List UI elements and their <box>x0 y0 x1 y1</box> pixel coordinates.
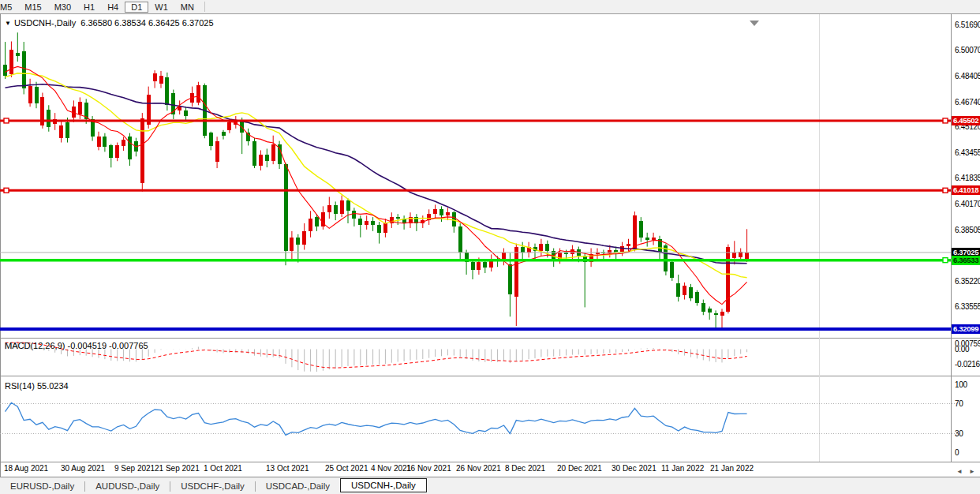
price-axis-label: 6.35220 <box>955 277 980 286</box>
chart-tab-audusd[interactable]: AUDUSD-,Daily <box>85 479 170 493</box>
date-label: 1 Oct 2021 <box>204 464 242 473</box>
date-label: 16 Nov 2021 <box>406 464 451 473</box>
price-axis-label: 6.40170 <box>955 200 980 208</box>
mt4-window: M5M15M30H1H4D1W1MN ▼USDCNH-,Daily 6.3658… <box>0 0 980 494</box>
indicator-axis-label: 0 <box>955 448 959 457</box>
rsi-indicator-label: RSI(14) 55.0234 <box>5 381 69 391</box>
chart-tab-usdchf[interactable]: USDCHF-,Daily <box>170 479 255 493</box>
chart-tab-usdcnh[interactable]: USDCNH-,Daily <box>340 478 427 492</box>
scroll-right-icon[interactable]: ► <box>969 468 975 475</box>
indicator-axis-label: 70 <box>955 399 963 408</box>
chart-tab-usdcad[interactable]: USDCAD-,Daily <box>256 479 340 493</box>
price-badge: 6.36533 <box>952 256 980 265</box>
chart-shift-marker <box>750 21 759 26</box>
date-label: 21 Sep 2021 <box>155 464 200 473</box>
date-label: 21 Jan 2022 <box>710 464 754 473</box>
date-label: 25 Oct 2021 <box>325 464 368 473</box>
price-axis-label: 6.41835 <box>955 174 980 182</box>
chart-symbol-label: USDCNH-,Daily <box>14 18 76 28</box>
date-label: 11 Jan 2022 <box>661 464 704 473</box>
scroll-left-icon[interactable]: ◄ <box>956 468 963 475</box>
price-axis-label: 6.33555 <box>955 302 980 311</box>
date-label: 30 Aug 2021 <box>61 464 105 473</box>
price-axis-label: 6.38505 <box>955 226 980 234</box>
date-label: 9 Sep 2021 <box>114 464 155 473</box>
indicator-axis-label: -0.02164 <box>955 360 980 369</box>
price-axis-label: 6.43455 <box>955 148 980 157</box>
date-label: 8 Dec 2021 <box>505 464 545 473</box>
price-badge: 6.32099 <box>952 324 980 334</box>
indicator-axis-label: 0.00 <box>955 345 969 354</box>
date-label: 4 Nov 2021 <box>371 464 411 473</box>
chart-title: ▼USDCNH-,Daily 6.36580 6.38534 6.36425 6… <box>5 18 214 28</box>
chart-tab-eurusd[interactable]: EURUSD-,Daily <box>0 479 84 493</box>
date-label: 13 Oct 2021 <box>266 464 309 473</box>
price-axis-label: 6.50070 <box>955 46 980 54</box>
date-label: 20 Dec 2021 <box>557 464 602 473</box>
price-axis-label: 6.48405 <box>955 72 980 80</box>
chart-ohlc-values: 6.36580 6.38534 6.36425 6.37025 <box>80 18 213 28</box>
date-label: 30 Dec 2021 <box>612 464 656 473</box>
indicator-axis-label: 100 <box>955 380 967 389</box>
dropdown-triangle-icon[interactable]: ▼ <box>5 20 11 27</box>
price-badge: 6.45502 <box>952 116 980 125</box>
price-axis-label: 6.46740 <box>955 98 980 107</box>
tab-scroll-arrows: ◄► <box>956 468 980 475</box>
chart-canvas[interactable] <box>0 0 980 494</box>
macd-indicator-label: MACD(12,26,9) -0.004519 -0.007765 <box>5 341 148 350</box>
chart-tab-bar: EURUSD-,DailyAUDUSD-,DailyUSDCHF-,DailyU… <box>0 477 980 494</box>
date-label: 18 Aug 2021 <box>4 464 48 473</box>
price-axis-label: 6.51690 <box>955 21 980 29</box>
date-label: 26 Nov 2021 <box>456 464 501 473</box>
indicator-axis-label: 30 <box>955 429 963 438</box>
price-badge: 6.41018 <box>952 185 980 195</box>
